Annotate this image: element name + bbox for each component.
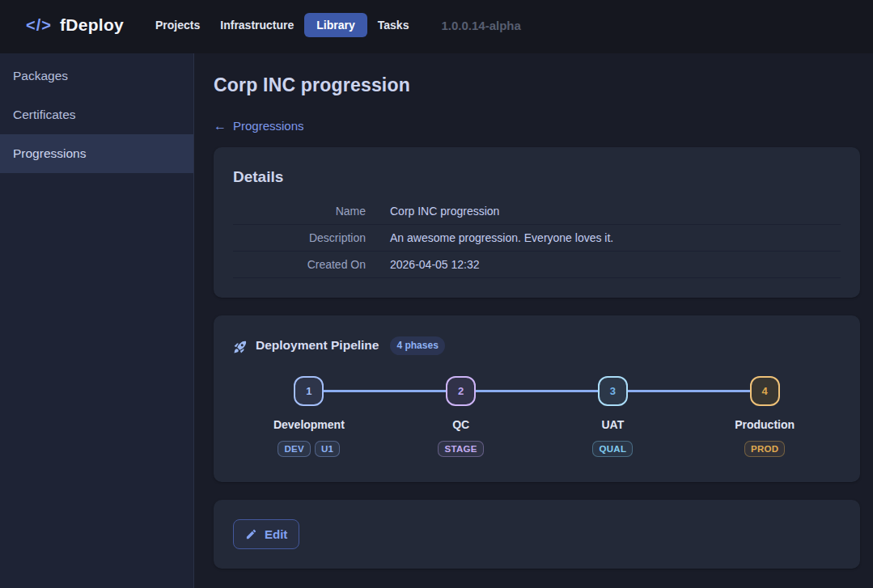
details-card: Details NameCorp INC progressionDescript… xyxy=(214,147,860,298)
details-row-value: An awesome progression. Everyone loves i… xyxy=(377,225,841,252)
nav-item-library[interactable]: Library xyxy=(304,13,367,37)
pipeline-track: 1DevelopmentDEVU12QCSTAGE3UATQUAL4Produc… xyxy=(233,376,841,457)
back-to-progressions-link[interactable]: ← Progressions xyxy=(214,118,304,134)
main-content: Corp INC progression ← Progressions Deta… xyxy=(194,53,873,588)
edit-button[interactable]: Edit xyxy=(233,519,299,549)
app-name: fDeploy xyxy=(60,15,124,35)
phase-number-box: 3 xyxy=(598,376,628,406)
pencil-icon xyxy=(245,528,257,540)
phase-tag-u1: U1 xyxy=(315,441,340,457)
sidebar-item-packages[interactable]: Packages xyxy=(0,57,193,95)
main-nav: ProjectsInfrastructureLibraryTasks xyxy=(146,13,418,37)
details-row-label: Name xyxy=(233,198,377,225)
back-link-label: Progressions xyxy=(233,118,304,134)
pipeline-phase-development: 1DevelopmentDEVU1 xyxy=(233,376,385,457)
app-version: 1.0.0.14-alpha xyxy=(441,19,520,32)
phase-name: UAT xyxy=(602,417,625,433)
details-row-label: Created On xyxy=(233,252,377,278)
phase-tag-prod: PROD xyxy=(744,441,785,457)
pipeline-phase-uat: 3UATQUAL xyxy=(537,376,689,457)
phase-number-box: 4 xyxy=(750,376,780,406)
phase-count-badge: 4 phases xyxy=(390,336,444,355)
phase-number-box: 1 xyxy=(294,376,324,406)
phase-number-box: 2 xyxy=(446,376,476,406)
phase-name: QC xyxy=(452,417,469,433)
sidebar: PackagesCertificatesProgressions xyxy=(0,53,194,588)
details-row: DescriptionAn awesome progression. Every… xyxy=(233,225,841,252)
sidebar-item-certificates[interactable]: Certificates xyxy=(0,95,193,134)
phase-name: Development xyxy=(273,417,345,433)
phase-tag-dev: DEV xyxy=(278,441,311,457)
phase-tags: QUAL xyxy=(592,441,633,457)
sidebar-item-progressions[interactable]: Progressions xyxy=(0,134,193,173)
details-row-value: Corp INC progression xyxy=(377,198,841,225)
top-navbar: </> fDeploy ProjectsInfrastructureLibrar… xyxy=(0,0,873,53)
edit-button-label: Edit xyxy=(265,527,287,541)
phase-tags: PROD xyxy=(744,441,785,457)
pipeline-phase-qc: 2QCSTAGE xyxy=(385,376,537,457)
rocket-icon xyxy=(233,340,248,354)
nav-item-infrastructure[interactable]: Infrastructure xyxy=(210,13,303,37)
code-brackets-icon: </> xyxy=(26,16,52,35)
details-card-title: Details xyxy=(233,167,841,188)
nav-item-projects[interactable]: Projects xyxy=(146,13,210,37)
app-logo[interactable]: </> fDeploy xyxy=(26,15,124,35)
pipeline-card-title: Deployment Pipeline xyxy=(256,335,379,356)
phase-tags: DEVU1 xyxy=(278,441,340,457)
details-row: Created On2026-04-05 12:32 xyxy=(233,252,841,278)
back-arrow-icon: ← xyxy=(214,120,227,133)
phase-tag-stage: STAGE xyxy=(438,441,483,457)
page-title: Corp INC progression xyxy=(214,73,860,97)
phase-name: Production xyxy=(735,417,795,433)
details-row-label: Description xyxy=(233,225,377,252)
details-row-value: 2026-04-05 12:32 xyxy=(377,252,841,278)
details-row: NameCorp INC progression xyxy=(233,198,841,225)
pipeline-phase-production: 4ProductionPROD xyxy=(689,376,841,457)
nav-item-tasks[interactable]: Tasks xyxy=(368,13,419,37)
details-table: NameCorp INC progressionDescriptionAn aw… xyxy=(233,198,841,278)
pipeline-card: Deployment Pipeline 4 phases 1Developmen… xyxy=(214,315,860,482)
actions-card: Edit xyxy=(214,500,860,569)
phase-tags: STAGE xyxy=(438,441,483,457)
phase-tag-qual: QUAL xyxy=(592,441,633,457)
